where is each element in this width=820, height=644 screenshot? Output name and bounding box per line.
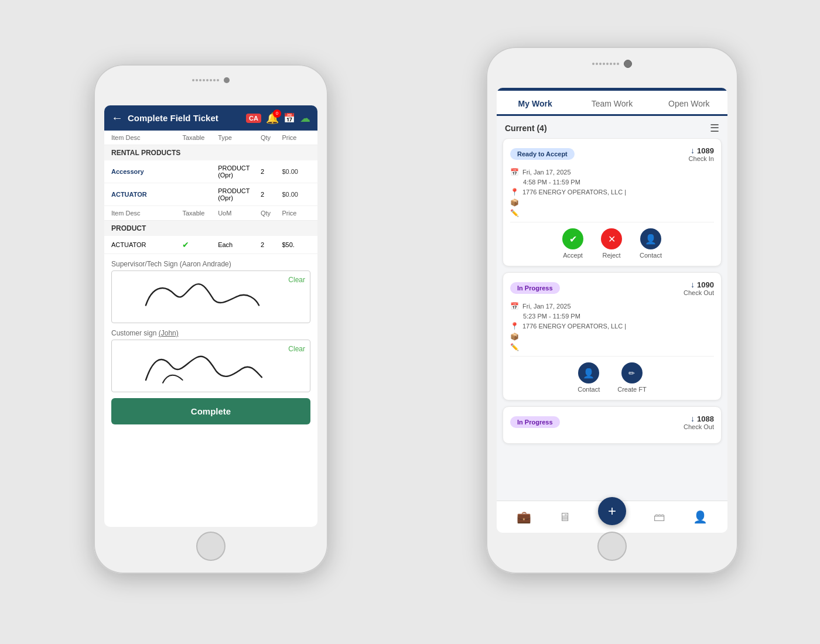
create-ft-label: Create FT (617, 386, 647, 393)
sign1-box[interactable]: Clear (111, 270, 310, 323)
card-actions: 👤 Contact ✏ Create FT (510, 356, 714, 393)
phone-field-ticket: ← Complete Field Ticket CA 🔔 0 📅 ☁ Item … (94, 64, 328, 574)
contact-label: Contact (640, 252, 662, 259)
status-badge-progress: In Progress (510, 416, 560, 428)
tab-team-work[interactable]: Team Work (573, 91, 650, 114)
section-rental-products: RENTAL PRODUCTS (104, 145, 317, 160)
work-card-1089: Ready to Accept ↓ 1089 Check In 📅 Fri, J… (503, 138, 722, 266)
check-arrow-icon: ↓ (691, 414, 695, 423)
nav-box-icon[interactable]: 🗃 (654, 511, 665, 524)
table-row: Accessory PRODUCT (Opr) 2 $0.00 (104, 160, 317, 183)
home-button[interactable] (196, 532, 226, 561)
customer-sign-section: Customer sign (John) Clear (104, 323, 317, 392)
sign2-label: Customer sign (John) (111, 329, 310, 337)
work-cards-container: Ready to Accept ↓ 1089 Check In 📅 Fri, J… (497, 138, 727, 530)
card-date: 📅 Fri, Jan 17, 2025 (510, 302, 714, 310)
table-scroll-area: Item Desc Taxable Type Qty Price RENTAL … (104, 131, 317, 523)
reject-circle: ✕ (601, 228, 622, 249)
check-arrow-icon: ↓ (691, 280, 695, 289)
create-ft-button[interactable]: ✏ Create FT (617, 362, 647, 393)
table1-column-header: Item Desc Taxable Type Qty Price (104, 131, 317, 145)
check-type-label: Check Out (684, 289, 714, 296)
page-title: Complete Field Ticket (128, 113, 241, 123)
work-card-1090: In Progress ↓ 1090 Check Out 📅 Fri, Jan … (503, 272, 722, 400)
contact-button-1[interactable]: 👤 Contact (640, 228, 662, 259)
notif-count: 0 (273, 109, 281, 118)
check-type-label: Check In (689, 155, 714, 162)
card-time: 5:23 PM - 11:59 PM (510, 313, 714, 320)
contact-circle: 👤 (640, 228, 661, 249)
nav-briefcase-icon[interactable]: 💼 (517, 510, 531, 524)
sign2-svg (112, 340, 310, 392)
check-arrow-icon: ↓ (691, 146, 695, 155)
contact-label: Contact (578, 386, 600, 393)
card-number: 1088 (697, 415, 714, 423)
contact-circle: 👤 (578, 362, 599, 383)
current-title: Current (4) (505, 124, 547, 133)
card-location: 📍 1776 ENERGY OPERATORS, LLC | (510, 322, 714, 330)
card-date: 📅 Fri, Jan 17, 2025 (510, 168, 714, 176)
notification-icon[interactable]: 🔔 0 (266, 112, 279, 125)
contact-button-2[interactable]: 👤 Contact (578, 362, 600, 393)
camera-dot-right (624, 60, 632, 68)
card-time: 4:58 PM - 11:59 PM (510, 179, 714, 186)
card-edit-icon: ✏️ (510, 343, 714, 351)
sign2-box[interactable]: Clear (111, 340, 310, 392)
sign2-clear-button[interactable]: Clear (288, 345, 305, 353)
calendar-icon[interactable]: 📅 (283, 112, 295, 124)
table-row: ACTUATOR ✔ Each 2 $50. (104, 236, 317, 254)
phone-work-list: My Work Team Work Open Work Current (4) … (486, 47, 738, 574)
nav-person-icon[interactable]: 👤 (693, 510, 708, 524)
card-number: 1089 (697, 146, 714, 155)
sign1-svg (112, 271, 310, 323)
accept-button[interactable]: ✔ Accept (562, 228, 583, 259)
work-card-1088: In Progress ↓ 1088 Check Out (503, 406, 722, 444)
camera-dot (224, 77, 230, 83)
card-package-icon: 📦 (510, 198, 714, 207)
card-package-icon: 📦 (510, 333, 714, 341)
accept-circle: ✔ (562, 228, 583, 249)
nav-card-icon[interactable]: 🖥 (559, 511, 570, 524)
current-header: Current (4) ☰ (497, 116, 727, 138)
filter-icon[interactable]: ☰ (710, 122, 719, 135)
table2-column-header: Item Desc Taxable UoM Qty Price (104, 206, 317, 221)
card-actions: ✔ Accept ✕ Reject 👤 Contact (510, 222, 714, 259)
complete-button[interactable]: Complete (111, 398, 310, 424)
header-bar: ← Complete Field Ticket CA 🔔 0 📅 ☁ (104, 105, 317, 131)
status-badge-ready: Ready to Accept (510, 148, 575, 160)
table-row: ACTUATOR PRODUCT (Opr) 2 $0.00 (104, 183, 317, 206)
tabs-bar: My Work Team Work Open Work (497, 91, 727, 116)
home-button-right[interactable] (597, 532, 627, 561)
cloud-icon: ☁ (300, 112, 310, 125)
avatar-badge: CA (246, 114, 261, 123)
reject-button[interactable]: ✕ Reject (601, 228, 622, 259)
tab-open-work[interactable]: Open Work (651, 91, 727, 114)
back-button[interactable]: ← (111, 111, 123, 125)
card-number: 1090 (697, 280, 714, 289)
sign1-label: Supervisor/Tech Sign (Aaron Andrade) (111, 260, 310, 268)
section-product: PRODUCT (104, 221, 317, 236)
accept-label: Accept (563, 252, 583, 259)
card-location: 📍 1776 ENERGY OPERATORS, LLC | (510, 188, 714, 196)
fab-add-button[interactable]: + (598, 497, 626, 525)
sign1-clear-button[interactable]: Clear (288, 276, 305, 284)
tab-my-work[interactable]: My Work (497, 91, 573, 114)
supervisor-sign-section: Supervisor/Tech Sign (Aaron Andrade) Cle… (104, 254, 317, 323)
reject-label: Reject (602, 252, 620, 259)
card-edit-icon: ✏️ (510, 209, 714, 217)
check-type-label: Check Out (684, 423, 714, 430)
bottom-nav: 💼 🖥 + 🗃 👤 (497, 501, 727, 533)
status-badge-progress: In Progress (510, 282, 560, 294)
create-ft-circle: ✏ (621, 362, 643, 383)
